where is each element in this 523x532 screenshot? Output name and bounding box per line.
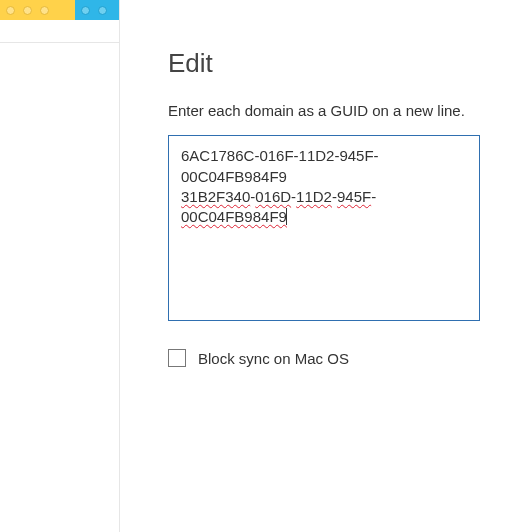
instruction-text: Enter each domain as a GUID on a new lin…	[168, 101, 485, 121]
left-sidebar	[0, 0, 119, 532]
decorative-lego-bar	[0, 0, 119, 20]
edit-panel: Edit Enter each domain as a GUID on a ne…	[120, 0, 523, 532]
block-sync-label: Block sync on Mac OS	[198, 350, 349, 367]
guid-textarea[interactable]: 6AC1786C-016F-11D2-945F-00C04FB984F931B2…	[168, 135, 480, 321]
panel-title: Edit	[168, 48, 485, 79]
divider	[0, 42, 119, 43]
lego-segment-yellow	[0, 0, 75, 20]
block-sync-checkbox[interactable]	[168, 349, 186, 367]
lego-segment-blue	[75, 0, 119, 20]
block-sync-row: Block sync on Mac OS	[168, 349, 485, 367]
